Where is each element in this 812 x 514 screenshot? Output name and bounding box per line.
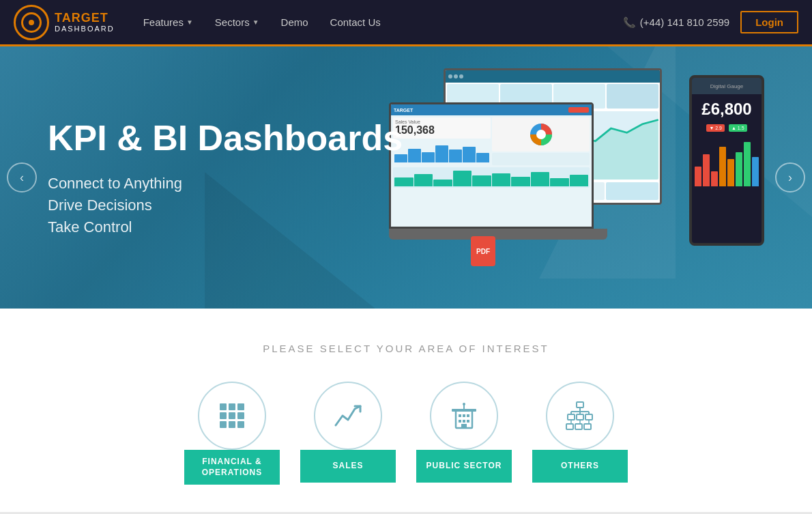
- nav-right: 📞 (+44) 141 810 2599 Login: [623, 11, 798, 33]
- svg-rect-18: [463, 420, 465, 423]
- hero-prev-button[interactable]: ‹: [7, 162, 37, 192]
- hero-subtitle-3: Take Control: [48, 218, 812, 236]
- hero-section: ‹ KPI & BI Dashboards Connect to Anythin…: [0, 46, 812, 309]
- card-public-sector[interactable]: PUBLIC SECTOR: [406, 382, 522, 485]
- sales-icon-circle: [314, 382, 382, 450]
- svg-rect-14: [459, 414, 461, 417]
- phone-area: 📞 (+44) 141 810 2599: [623, 16, 729, 29]
- svg-rect-33: [584, 424, 591, 429]
- svg-rect-17: [459, 420, 461, 423]
- nav-sectors[interactable]: Sectors ▼: [207, 11, 267, 33]
- svg-rect-32: [575, 424, 582, 429]
- svg-rect-23: [577, 402, 583, 408]
- grid-icon: [217, 401, 247, 431]
- card-others[interactable]: OTHERS: [522, 382, 638, 485]
- trending-up-icon: [333, 401, 363, 431]
- nav-demo[interactable]: Demo: [273, 11, 317, 33]
- logo[interactable]: TARGET DASHBOARD: [14, 5, 115, 40]
- others-icon-circle: [546, 382, 614, 450]
- public-sector-label[interactable]: PUBLIC SECTOR: [416, 450, 512, 483]
- svg-rect-24: [568, 414, 575, 420]
- hero-subtitle-2: Drive Decisions: [48, 197, 812, 214]
- svg-rect-25: [577, 414, 583, 420]
- features-dropdown-icon: ▼: [186, 18, 193, 26]
- public-sector-icon-circle: [430, 382, 498, 450]
- svg-rect-15: [463, 414, 465, 417]
- hero-content: KPI & BI Dashboards Connect to Anything …: [0, 119, 812, 235]
- svg-rect-9: [220, 421, 227, 428]
- svg-rect-8: [237, 412, 244, 419]
- card-financial[interactable]: FINANCIAL &OPERATIONS: [174, 382, 290, 485]
- logo-dashboard: DASHBOARD: [55, 25, 115, 33]
- sectors-dropdown-icon: ▼: [252, 18, 259, 26]
- hero-next-button[interactable]: ›: [775, 162, 805, 192]
- svg-rect-13: [452, 409, 476, 412]
- right-arrow-icon: ›: [788, 171, 792, 185]
- tablet-number: £6,800: [692, 94, 762, 122]
- login-button[interactable]: Login: [740, 11, 798, 33]
- svg-rect-7: [229, 412, 235, 419]
- navbar: TARGET DASHBOARD Features ▼ Sectors ▼ De…: [0, 0, 812, 46]
- logo-text: TARGET DASHBOARD: [55, 12, 115, 33]
- svg-rect-11: [237, 421, 244, 428]
- svg-rect-10: [229, 421, 235, 428]
- pdf-icon: PDF: [471, 236, 495, 266]
- hierarchy-icon: [565, 401, 595, 431]
- svg-rect-20: [461, 424, 467, 428]
- others-label[interactable]: OTHERS: [532, 450, 628, 483]
- interest-section: PLEASE SELECT YOUR AREA OF INTEREST FINA…: [0, 309, 812, 512]
- logo-icon: [14, 5, 49, 40]
- svg-rect-26: [585, 414, 592, 420]
- svg-rect-19: [467, 420, 469, 423]
- phone-icon: 📞: [623, 16, 636, 29]
- financial-icon-circle: [198, 382, 266, 450]
- svg-rect-4: [229, 403, 235, 410]
- svg-rect-5: [237, 403, 244, 410]
- left-arrow-icon: ‹: [20, 171, 24, 185]
- interest-cards: FINANCIAL &OPERATIONS SALES: [160, 382, 652, 485]
- building-icon: [449, 401, 479, 431]
- financial-label[interactable]: FINANCIAL &OPERATIONS: [184, 450, 280, 485]
- svg-rect-16: [467, 414, 469, 417]
- hero-subtitles: Connect to Anything Drive Decisions Take…: [48, 175, 812, 236]
- interest-title: PLEASE SELECT YOUR AREA OF INTEREST: [14, 343, 798, 354]
- hero-title: KPI & BI Dashboards: [48, 119, 812, 158]
- svg-rect-6: [220, 412, 227, 419]
- svg-point-22: [463, 403, 465, 405]
- svg-rect-3: [220, 403, 227, 410]
- hero-subtitle-1: Connect to Anything: [48, 175, 812, 192]
- svg-rect-31: [566, 424, 573, 429]
- card-sales[interactable]: SALES: [290, 382, 406, 485]
- sales-label[interactable]: SALES: [300, 450, 396, 483]
- nav-contact[interactable]: Contact Us: [322, 11, 389, 33]
- logo-target: TARGET: [55, 12, 115, 25]
- phone-number: (+44) 141 810 2599: [640, 16, 729, 28]
- nav-features[interactable]: Features ▼: [135, 11, 201, 33]
- nav-links: Features ▼ Sectors ▼ Demo Contact Us: [135, 11, 623, 33]
